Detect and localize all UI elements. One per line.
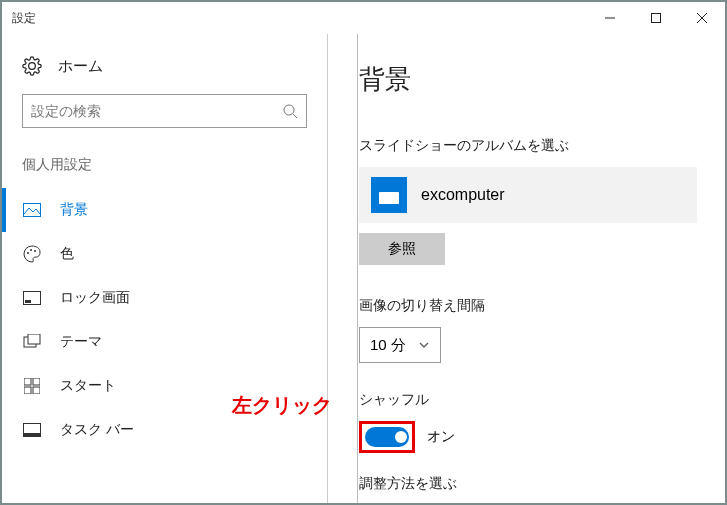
taskbar-icon: [22, 420, 42, 440]
svg-point-4: [284, 105, 294, 115]
sidebar: ホーム 個人用設定 背景 色: [2, 34, 327, 503]
window-controls: [587, 2, 725, 34]
svg-rect-19: [24, 433, 41, 437]
sidebar-item-lockscreen[interactable]: ロック画面: [2, 276, 327, 320]
maximize-icon: [651, 13, 661, 23]
svg-rect-11: [25, 300, 31, 303]
fit-label: 調整方法を選ぶ: [359, 475, 725, 493]
main-panel: 背景 スライドショーのアルバムを選ぶ excomputer 参照 画像の切り替え…: [327, 34, 725, 503]
page-title: 背景: [359, 62, 725, 97]
album-name: excomputer: [421, 186, 505, 204]
chevron-down-icon: [418, 339, 430, 351]
toggle-knob: [395, 431, 407, 443]
settings-window: 設定 ホーム: [0, 0, 727, 505]
shuffle-state: オン: [427, 428, 455, 446]
start-icon: [22, 376, 42, 396]
sidebar-item-start[interactable]: スタート: [2, 364, 327, 408]
sidebar-item-label: ロック画面: [60, 289, 130, 307]
svg-line-5: [293, 114, 297, 118]
sidebar-item-background[interactable]: 背景: [2, 188, 327, 232]
theme-icon: [22, 332, 42, 352]
sidebar-item-taskbar[interactable]: タスク バー: [2, 408, 327, 452]
minimize-icon: [605, 13, 615, 23]
svg-point-7: [27, 252, 29, 254]
sidebar-item-label: テーマ: [60, 333, 102, 351]
gear-icon: [22, 56, 42, 76]
svg-rect-17: [33, 387, 40, 394]
toggle-highlight: [359, 421, 415, 453]
maximize-button[interactable]: [633, 2, 679, 34]
interval-select[interactable]: 10 分: [359, 327, 441, 363]
svg-rect-14: [24, 378, 31, 385]
titlebar: 設定: [2, 2, 725, 34]
close-button[interactable]: [679, 2, 725, 34]
sidebar-item-label: 背景: [60, 201, 88, 219]
shuffle-label: シャッフル: [359, 391, 725, 409]
home-label: ホーム: [58, 57, 103, 76]
browse-button[interactable]: 参照: [359, 233, 445, 265]
window-title: 設定: [12, 10, 36, 27]
sidebar-item-label: スタート: [60, 377, 116, 395]
interval-label: 画像の切り替え間隔: [359, 297, 725, 315]
shuffle-row: オン: [359, 421, 725, 453]
sidebar-item-colors[interactable]: 色: [2, 232, 327, 276]
interval-value: 10 分: [370, 336, 406, 355]
home-button[interactable]: ホーム: [2, 52, 327, 94]
svg-rect-6: [24, 204, 41, 217]
sidebar-item-label: タスク バー: [60, 421, 134, 439]
svg-point-9: [34, 250, 36, 252]
minimize-button[interactable]: [587, 2, 633, 34]
content: ホーム 個人用設定 背景 色: [2, 34, 725, 503]
lockscreen-icon: [22, 288, 42, 308]
search-box[interactable]: [22, 94, 307, 128]
album-row[interactable]: excomputer: [359, 167, 697, 223]
search-input[interactable]: [31, 103, 282, 119]
svg-point-8: [30, 249, 32, 251]
sidebar-item-themes[interactable]: テーマ: [2, 320, 327, 364]
album-label: スライドショーのアルバムを選ぶ: [359, 137, 725, 155]
search-icon: [282, 103, 298, 119]
shuffle-toggle[interactable]: [365, 427, 409, 447]
palette-icon: [22, 244, 42, 264]
svg-rect-16: [24, 387, 31, 394]
sidebar-section-label: 個人用設定: [2, 128, 327, 188]
svg-rect-15: [33, 378, 40, 385]
svg-rect-1: [652, 14, 661, 23]
sidebar-item-label: 色: [60, 245, 74, 263]
close-icon: [697, 13, 707, 23]
svg-rect-13: [28, 334, 40, 344]
folder-icon: [371, 177, 407, 213]
picture-icon: [22, 200, 42, 220]
